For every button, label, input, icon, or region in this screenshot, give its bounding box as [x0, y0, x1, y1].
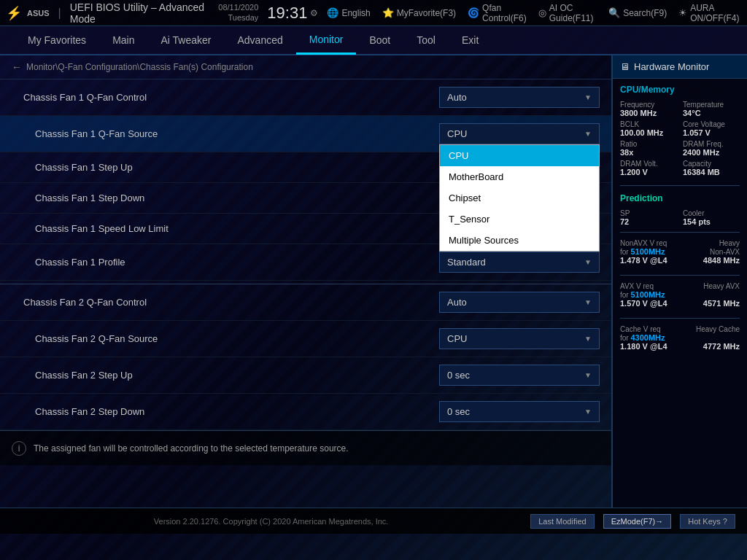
- aura-icon: ☀: [678, 7, 687, 18]
- globe-icon: 🌐: [327, 7, 338, 18]
- chassis-fan1-qfan-control-dropdown[interactable]: Auto ▼: [439, 87, 600, 108]
- chassis-fan1-profile-btn[interactable]: Standard ▼: [439, 252, 600, 273]
- prediction-title: Prediction: [613, 189, 747, 206]
- setting-chassis-fan2-qfan-source: Chassis Fan 2 Q-Fan Source CPU ▼: [0, 321, 611, 357]
- chassis-fan1-qfan-source-label: Chassis Fan 1 Q-Fan Source: [12, 128, 158, 139]
- fan-icon: 🌀: [468, 7, 479, 18]
- setting-chassis-fan2-step-down: Chassis Fan 2 Step Down 0 sec ▼: [0, 394, 611, 430]
- chassis-fan1-step-down-label: Chassis Fan 1 Step Down: [12, 192, 144, 203]
- chevron-down-icon: ▼: [584, 298, 592, 306]
- qfan-btn[interactable]: 🌀 Qfan Control(F6): [468, 3, 527, 23]
- capacity-label: Capacity 16384 MB: [683, 160, 740, 176]
- last-modified-btn[interactable]: Last Modified: [530, 514, 594, 529]
- hw-monitor-title: Hardware Monitor: [634, 61, 709, 72]
- hot-keys-btn[interactable]: Hot Keys ?: [680, 514, 735, 529]
- search-btn[interactable]: 🔍 Search(F9): [608, 7, 667, 18]
- chevron-down-icon: ▼: [584, 371, 592, 379]
- breadcrumb: ← Monitor\Q-Fan Configuration\Chassis Fa…: [0, 55, 611, 79]
- hw-divider4: [620, 318, 740, 319]
- info-bar: i The assigned fan will be controlled ac…: [0, 430, 611, 465]
- hw-monitor-header: 🖥 Hardware Monitor: [613, 55, 747, 79]
- qfan-source-dropdown-list[interactable]: CPU MotherBoard Chipset T_Sensor Multipl…: [439, 144, 600, 252]
- chassis-fan2-qfan-control-btn[interactable]: Auto ▼: [439, 292, 600, 313]
- temp-label: Temperature 34°C: [683, 101, 740, 117]
- dropdown-option-motherboard[interactable]: MotherBoard: [440, 166, 599, 187]
- chassis-fan2-step-down-dropdown[interactable]: 0 sec ▼: [439, 401, 600, 422]
- chassis-fan2-step-up-btn[interactable]: 0 sec ▼: [439, 365, 600, 386]
- chassis-fan1-speed-low-limit-label: Chassis Fan 1 Speed Low Limit: [12, 223, 169, 234]
- date-text: 08/11/2020: [218, 3, 258, 12]
- chevron-down-icon: ▼: [584, 408, 592, 416]
- myfavorite-btn[interactable]: ⭐ MyFavorite(F3): [382, 7, 456, 18]
- datetime-display: 08/11/2020 Tuesday: [218, 3, 258, 22]
- chassis-fan1-qfan-source-btn[interactable]: CPU ▼: [439, 123, 600, 144]
- bottom-right-buttons: Last Modified EzMode(F7)→ Hot Keys ?: [530, 514, 735, 529]
- hw-divider: [620, 185, 740, 186]
- pred-row-cache: Cache V req for 4300MHz Heavy Cache 1.18…: [620, 324, 740, 351]
- header-bar: ⚡ ASUS | UEFI BIOS Utility – Advanced Mo…: [0, 0, 747, 26]
- chassis-fan2-step-up-dropdown[interactable]: 0 sec ▼: [439, 365, 600, 386]
- back-arrow[interactable]: ←: [12, 61, 22, 73]
- nav-ai-tweaker[interactable]: Ai Tweaker: [147, 26, 224, 55]
- chassis-fan1-step-up-label: Chassis Fan 1 Step Up: [12, 162, 133, 173]
- chevron-down-icon: ▼: [584, 130, 592, 138]
- dropdown-option-cpu[interactable]: CPU: [440, 145, 599, 166]
- setting-chassis-fan2-step-up: Chassis Fan 2 Step Up 0 sec ▼: [0, 357, 611, 394]
- language-selector[interactable]: 🌐 English: [327, 7, 370, 18]
- monitor-icon: 🖥: [620, 61, 630, 72]
- header-controls: 🌐 English ⭐ MyFavorite(F3) 🌀 Qfan Contro…: [327, 3, 741, 23]
- chassis-fan1-qfan-control-label: Chassis Fan 1 Q-Fan Control: [12, 92, 147, 103]
- dropdown-option-chipset[interactable]: Chipset: [440, 187, 599, 209]
- nav-advanced[interactable]: Advanced: [224, 26, 295, 55]
- star-icon: ⭐: [382, 7, 394, 18]
- chassis-fan2-qfan-control-label: Chassis Fan 2 Q-Fan Control: [12, 297, 147, 308]
- ez-mode-btn[interactable]: EzMode(F7)→: [603, 514, 672, 529]
- chassis-fan1-qfan-control-btn[interactable]: Auto ▼: [439, 87, 600, 108]
- bclk-label: BCLK 100.00 MHz: [620, 120, 677, 137]
- prediction-sp-grid: SP 72 Cooler 154 pts: [613, 206, 747, 229]
- ai-icon: ◎: [538, 7, 546, 18]
- bottom-version: Version 2.20.1276. Copyright (C) 2020 Am…: [154, 517, 389, 526]
- bottom-bar: Version 2.20.1276. Copyright (C) 2020 Am…: [0, 508, 747, 534]
- prediction-nonAVX: NonAVX V req for 5100MHz Heavy Non-AVX 1…: [613, 236, 747, 272]
- aura-btn[interactable]: ☀ AURA ON/OFF(F4): [678, 3, 741, 23]
- dram-volt-label: DRAM Volt. 1.200 V: [620, 160, 677, 176]
- dropdown-option-multiple-sources[interactable]: Multiple Sources: [440, 230, 599, 251]
- chassis-fan2-step-down-btn[interactable]: 0 sec ▼: [439, 401, 600, 422]
- settings-list: Chassis Fan 1 Q-Fan Control Auto ▼ Chass…: [0, 79, 611, 430]
- search-icon: 🔍: [608, 7, 620, 18]
- dram-freq-label: DRAM Freq. 2400 MHz: [683, 140, 740, 157]
- nav-tool[interactable]: Tool: [403, 26, 449, 55]
- nav-boot[interactable]: Boot: [356, 26, 403, 55]
- chassis-fan2-qfan-control-dropdown[interactable]: Auto ▼: [439, 292, 600, 313]
- nav-my-favorites[interactable]: My Favorites: [15, 26, 99, 55]
- main-content: ← Monitor\Q-Fan Configuration\Chassis Fa…: [0, 55, 747, 508]
- chassis-fan1-qfan-source-dropdown[interactable]: CPU ▼ CPU MotherBoard Chipset T_Sensor M…: [439, 123, 600, 144]
- dropdown-option-tsensor[interactable]: T_Sensor: [440, 209, 599, 230]
- nav-main[interactable]: Main: [99, 26, 147, 55]
- asus-logo: ⚡ ASUS: [6, 5, 50, 21]
- setting-chassis-fan2-qfan-control: Chassis Fan 2 Q-Fan Control Auto ▼: [0, 284, 611, 321]
- nav-monitor[interactable]: Monitor: [296, 26, 357, 55]
- info-icon: i: [12, 441, 26, 456]
- chassis-fan2-qfan-source-dropdown[interactable]: CPU ▼: [439, 328, 600, 349]
- left-settings-panel: ← Monitor\Q-Fan Configuration\Chassis Fa…: [0, 55, 612, 508]
- chassis-fan1-profile-dropdown[interactable]: Standard ▼: [439, 252, 600, 273]
- aioc-btn[interactable]: ◎ AI OC Guide(F11): [538, 3, 597, 23]
- gear-icon[interactable]: ⚙: [310, 8, 318, 18]
- day-text: Tuesday: [228, 13, 259, 23]
- sp-cell: SP 72: [620, 209, 677, 226]
- asus-brand: ASUS: [27, 9, 50, 18]
- chevron-down-icon: ▼: [584, 93, 592, 101]
- hw-divider3: [620, 275, 740, 276]
- cpu-memory-grid: Frequency 3800 MHz Temperature 34°C BCLK…: [613, 98, 747, 182]
- chassis-fan2-step-up-label: Chassis Fan 2 Step Up: [12, 370, 133, 381]
- hw-divider2: [620, 232, 740, 233]
- pred-row-nonavx: NonAVX V req for 5100MHz Heavy Non-AVX 1…: [620, 238, 740, 265]
- info-text: The assigned fan will be controlled acco…: [34, 443, 349, 454]
- core-voltage-label: Core Voltage 1.057 V: [683, 120, 740, 137]
- nav-exit[interactable]: Exit: [449, 26, 492, 55]
- chassis-fan2-qfan-source-btn[interactable]: CPU ▼: [439, 328, 600, 349]
- cpu-memory-title: CPU/Memory: [613, 79, 747, 98]
- time-display: 19:31 ⚙: [267, 4, 318, 23]
